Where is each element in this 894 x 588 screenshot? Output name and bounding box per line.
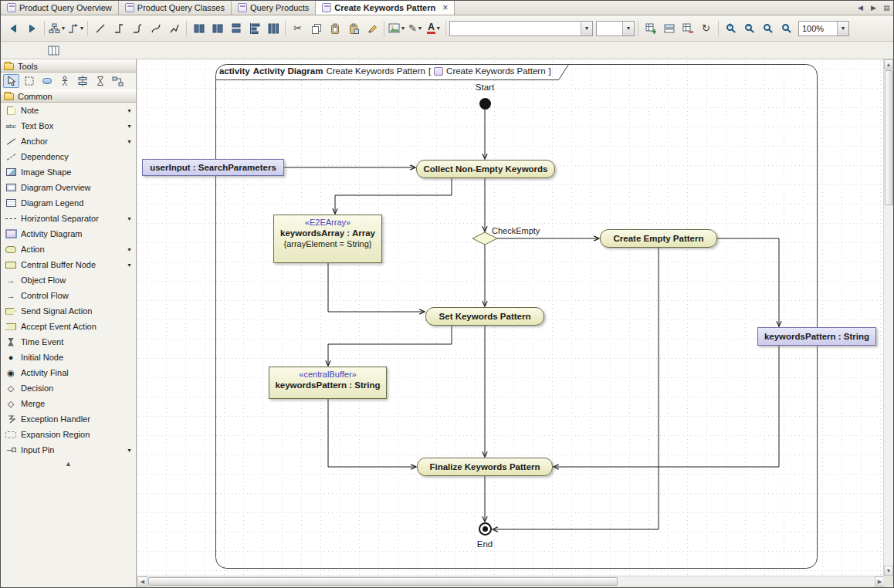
palette-item-initial-node[interactable]: ● Initial Node [1,350,136,365]
edge-collect-to-keywordsarray[interactable] [335,178,452,214]
vertical-scrollbar[interactable]: ▲ ▼ [883,59,893,576]
object-node-keywordsarray[interactable]: «E2EArray» keywordsArray : Array {arrayE… [273,215,382,263]
activity-final-node[interactable] [479,522,492,536]
tab-create-keywords-pattern[interactable]: Create Keywords Pattern × [316,1,455,15]
swimlanes-button[interactable] [45,42,63,59]
tab-list-button[interactable]: ▤ [880,1,893,15]
quick-layout-button[interactable]: ▾ [48,20,66,37]
chevron-down-icon[interactable]: ▾ [125,447,134,454]
chevron-down-icon[interactable]: ▾ [125,262,134,269]
object-node-keywordspattern[interactable]: keywordsPattern : String [757,327,876,346]
pointer-tool-button[interactable] [3,74,19,88]
close-icon[interactable]: × [442,3,448,12]
palette-collapse-button[interactable]: ▲ [1,458,136,470]
tab-product-query-overview[interactable]: Product Query Overview [1,1,119,15]
marquee-tool-button[interactable] [21,74,37,88]
zoom-in-button[interactable]: + [722,20,740,37]
chevron-down-icon[interactable]: ▾ [125,107,134,114]
palette-item-exception-handler[interactable]: Exception Handler [1,411,136,427]
chevron-down-icon[interactable]: ▾ [125,215,134,222]
edge-createempty-to-end[interactable] [493,248,659,529]
chevron-down-icon[interactable]: ▾ [125,123,134,130]
zoom-level-combobox[interactable]: 100% ▾ [798,21,849,36]
palette-item-time-event[interactable]: Time Event [1,334,136,350]
route-paths-button[interactable]: ▾ [66,20,84,37]
scroll-tabs-left-button[interactable]: ◀ [854,1,867,15]
save-as-image-button[interactable]: ▾ [388,20,405,37]
horizontal-scrollbar[interactable]: ◀ ▶ [137,576,885,586]
action-collect-non-empty-keywords[interactable]: Collect Non-Empty Keywords [416,160,555,178]
scroll-left-button[interactable]: ◀ [137,576,147,586]
scroll-tabs-right-button[interactable]: ▶ [867,1,880,15]
cut-button[interactable]: ✂ [289,20,306,37]
make-same-size-button[interactable] [190,20,208,37]
tab-product-query-classes[interactable]: Product Query Classes [119,1,232,15]
oblique-line-button[interactable] [91,20,109,37]
palette-item-horizontal-separator[interactable]: Horizontal Separator ▾ [1,211,136,226]
delete-symbol-button[interactable] [679,20,696,37]
palette-item-decision[interactable]: ◇ Decision [1,380,136,396]
actor-tool-button[interactable] [56,74,73,88]
chevron-down-icon[interactable]: ▾ [62,25,65,32]
autosize-tool-button[interactable] [92,74,108,88]
palette-item-central-buffer-node[interactable]: Central Buffer Node ▾ [1,257,136,272]
object-node-userinput[interactable]: userInput : SearchParameters [142,159,284,176]
edge-createempty-to-pattern[interactable] [717,238,779,326]
palette-item-text-box[interactable]: abc Text Box ▾ [1,118,136,133]
edge-setkeywords-to-buffer[interactable] [328,326,452,366]
edge-keywordsarray-to-setkeywords[interactable] [328,263,425,312]
action-create-empty-pattern[interactable]: Create Empty Pattern [600,229,717,248]
chevron-down-icon[interactable]: ▾ [622,22,634,35]
palette-section-tools[interactable]: Tools [1,59,136,73]
make-same-width-button[interactable] [227,20,245,37]
vertical-scrollbar-thumb[interactable] [885,70,893,205]
palette-item-expansion-region[interactable]: Expansion Region [1,427,136,442]
chevron-down-icon[interactable]: ▾ [437,25,440,32]
palette-item-object-flow[interactable]: → Object Flow [1,272,136,288]
forward-button[interactable] [23,20,41,37]
font-color-button[interactable]: A ▾ [425,20,442,37]
palette-item-note[interactable]: Note ▾ [1,103,136,118]
palette-item-send-signal-action[interactable]: Send Signal Action [1,303,136,319]
palette-item-activity-final[interactable]: ◉ Activity Final [1,365,136,380]
action-set-keywords-pattern[interactable]: Set Keywords Pattern [425,307,544,326]
chevron-down-icon[interactable]: ▾ [80,25,83,32]
distribute-shapes-button[interactable] [264,20,282,37]
copy-button[interactable] [307,20,325,37]
edge-pattern-to-finalize[interactable] [554,346,779,467]
scroll-down-button[interactable]: ▼ [884,566,893,576]
paste-link-button[interactable] [344,20,362,37]
curved-line-button[interactable] [147,20,164,37]
align-vertical-tool-button[interactable] [74,74,90,88]
palette-item-accept-event-action[interactable]: Accept Event Action [1,319,136,334]
create-row-button[interactable] [660,20,678,37]
chevron-down-icon[interactable]: ▾ [401,25,405,32]
chevron-down-icon[interactable]: ▾ [837,22,848,35]
create-symbol-button[interactable] [642,20,659,37]
palette-item-input-pin[interactable]: Input Pin ▾ [1,442,136,458]
zoom-original-button[interactable] [777,20,795,37]
tab-query-products[interactable]: Query Products [232,1,316,15]
fit-in-window-button[interactable] [759,20,777,37]
horizontal-scrollbar-thumb[interactable] [148,577,618,586]
rectilinear-line-button[interactable] [110,20,127,37]
symbol-style-combobox[interactable]: ▾ [449,21,593,36]
palette-item-image-shape[interactable]: Image Shape [1,164,136,180]
chevron-down-icon[interactable]: ▾ [125,246,134,253]
palette-section-common[interactable]: Common [1,90,136,103]
chevron-down-icon[interactable]: ▾ [125,138,134,145]
edge-buffer-to-finalize[interactable] [328,399,416,467]
palette-item-merge[interactable]: ◇ Merge [1,396,136,411]
rounded-line-button[interactable] [128,20,146,37]
refresh-button[interactable]: ↻ [697,20,715,37]
make-same-height-button[interactable] [208,20,226,37]
palette-item-anchor[interactable]: Anchor ▾ [1,133,136,149]
shape-tool-button[interactable] [39,74,55,88]
paste-button[interactable] [326,20,344,37]
palette-item-activity-diagram[interactable]: Activity Diagram [1,226,136,242]
link-shapes-tool-button[interactable] [110,74,126,88]
zigzag-line-button[interactable] [165,20,183,37]
central-buffer-keywordspattern[interactable]: «centralBuffer» keywordsPattern : String [269,367,387,399]
chevron-down-icon[interactable]: ▾ [418,25,422,32]
format-painter-button[interactable] [363,20,381,37]
